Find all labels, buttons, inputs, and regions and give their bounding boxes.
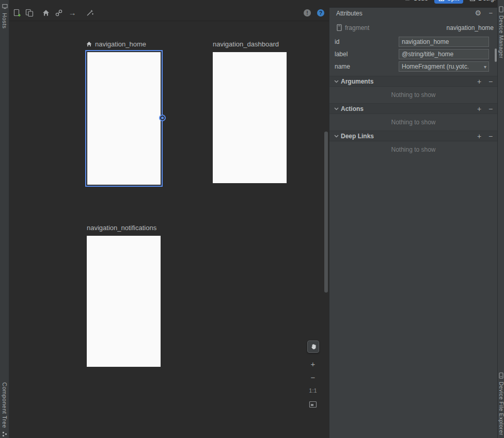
auto-arrange-icon[interactable] [86, 9, 94, 17]
remove-action-button[interactable]: − [486, 105, 495, 113]
tool-button-device-file-explorer[interactable]: Device File Explorer [498, 372, 504, 435]
actions-empty-text: Nothing to show [329, 119, 497, 126]
gear-icon[interactable]: ⚙ [475, 9, 481, 17]
id-field-label: id [335, 38, 339, 45]
tool-button-hosts[interactable]: Hosts [0, 4, 9, 29]
id-input[interactable] [399, 37, 489, 47]
chevron-down-icon[interactable] [334, 135, 339, 138]
label-field-label: label [335, 51, 348, 58]
fragment-navigation-dashboard[interactable] [213, 52, 287, 183]
attributes-title: Attributes [336, 10, 363, 17]
device-file-explorer-icon [499, 372, 503, 379]
section-title: Arguments [341, 78, 373, 85]
fragment-navigation-notifications[interactable] [87, 236, 161, 367]
tab-design[interactable]: Design [465, 0, 496, 4]
fragment-navigation-home[interactable] [85, 50, 163, 187]
remove-argument-button[interactable]: − [486, 77, 495, 86]
tool-button-component-tree-label: Component Tree [2, 382, 8, 428]
label-input[interactable] [399, 49, 489, 59]
add-deep-link-button[interactable]: + [475, 132, 483, 140]
tool-button-component-tree[interactable]: Component Tree [0, 382, 9, 437]
issues-indicator-icon[interactable]: ! [304, 9, 311, 17]
tab-code[interactable]: Code [400, 0, 432, 4]
fragment-label-text: navigation_home [95, 40, 146, 48]
zoom-out-button[interactable]: − [308, 373, 318, 382]
fragment-navigation-home-preview[interactable] [87, 52, 161, 185]
fragment-label-navigation-dashboard[interactable]: navigation_dashboard [213, 40, 279, 48]
chevron-down-icon: ▾ [484, 64, 486, 70]
editor-mode-tabs: Code Split Design [400, 0, 496, 4]
section-header-arguments[interactable]: Arguments + − [329, 76, 497, 87]
section-title: Actions [341, 105, 364, 112]
navigation-canvas[interactable]: → ! ? navigation_home navigation_dashboa… [9, 0, 329, 438]
tool-button-device-file-explorer-label: Device File Explorer [498, 382, 504, 435]
action-arrow-icon[interactable]: → [68, 9, 76, 17]
tool-button-device-manager[interactable]: Device Manager [498, 6, 504, 58]
arguments-empty-text: Nothing to show [329, 91, 497, 99]
section-header-deep-links[interactable]: Deep Links + − [329, 131, 497, 141]
name-dropdown-value: HomeFragment (ru.yotc. [402, 63, 469, 70]
tool-button-device-manager-label: Device Manager [498, 15, 504, 58]
split-icon [438, 0, 445, 2]
start-destination-home-icon [86, 41, 92, 47]
attributes-scrollbar[interactable] [495, 48, 497, 62]
add-action-button[interactable]: + [475, 105, 483, 113]
remove-deep-link-button[interactable]: − [486, 132, 495, 140]
nested-graph-icon[interactable] [25, 9, 34, 17]
component-id-value: navigation_home [447, 24, 494, 31]
name-field-label: name [335, 63, 350, 70]
help-icon[interactable]: ? [317, 9, 324, 17]
tab-split-label: Split [447, 0, 459, 2]
code-icon [404, 0, 411, 2]
zoom-to-fit-icon[interactable] [309, 400, 317, 409]
section-header-actions[interactable]: Actions + − [329, 103, 497, 114]
navigation-toolbar: → ! ? [9, 0, 329, 21]
fragment-label-text: navigation_dashboard [213, 40, 279, 48]
chevron-down-icon[interactable] [334, 107, 339, 110]
hide-panel-icon[interactable]: − [489, 9, 493, 17]
field-row-label: label [329, 49, 497, 60]
field-row-name: name HomeFragment (ru.yotc. ▾ [329, 61, 497, 72]
tool-button-hosts-label: Hosts [2, 13, 8, 29]
component-tree-icon [2, 431, 8, 437]
pan-button[interactable] [307, 340, 319, 353]
fragment-icon [336, 24, 342, 31]
left-tool-strip: Hosts Component Tree [0, 0, 9, 438]
section-title: Deep Links [341, 133, 374, 140]
canvas-vertical-scrollbar[interactable] [324, 132, 328, 293]
component-type-row: fragment navigation_home [329, 23, 497, 33]
attributes-panel: Attributes ⚙ − fragment navigation_home … [329, 7, 497, 438]
add-argument-button[interactable]: + [475, 77, 483, 86]
device-manager-icon [499, 6, 503, 12]
tab-code-label: Code [413, 0, 428, 2]
name-dropdown[interactable]: HomeFragment (ru.yotc. ▾ [399, 61, 489, 72]
new-destination-icon[interactable] [13, 9, 21, 17]
zoom-in-button[interactable]: + [308, 360, 318, 369]
fragment-label-text: navigation_notifications [87, 224, 156, 232]
hand-icon [310, 343, 317, 350]
zoom-to-100-button[interactable]: 1:1 [308, 387, 318, 394]
home-icon[interactable] [42, 9, 50, 17]
android-studio-navigation-editor: Code Split Design Hosts Component Tree [0, 0, 504, 438]
link-icon[interactable] [55, 9, 63, 17]
design-icon [469, 0, 476, 2]
fragment-label-navigation-home[interactable]: navigation_home [86, 40, 146, 48]
component-type-label: fragment [345, 24, 369, 31]
action-handle[interactable] [159, 115, 166, 121]
tab-design-label: Design [478, 0, 496, 2]
right-tool-strip: Device Manager Device File Explorer [497, 0, 504, 438]
field-row-id: id [329, 37, 497, 47]
deep-links-empty-text: Nothing to show [329, 146, 497, 153]
editor-mode-tab-bar: Code Split Design [400, 0, 496, 4]
chevron-down-icon[interactable] [334, 80, 339, 83]
tab-split[interactable]: Split [434, 0, 463, 4]
hosts-icon [2, 4, 8, 9]
fragment-label-navigation-notifications[interactable]: navigation_notifications [87, 224, 156, 232]
